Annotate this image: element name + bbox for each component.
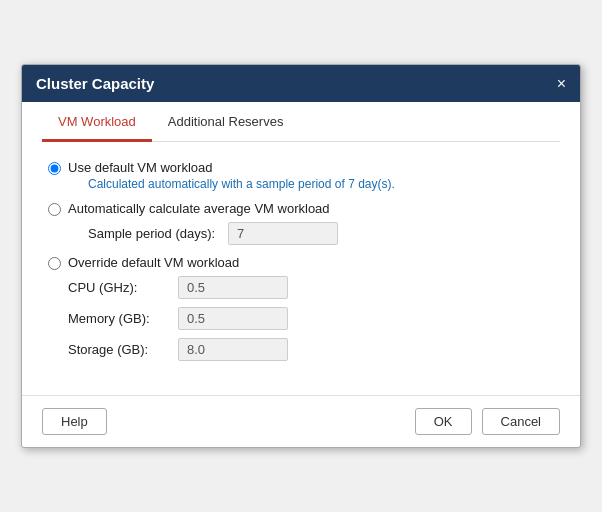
option2-label: Automatically calculate average VM workl… — [68, 201, 330, 216]
dialog-title: Cluster Capacity — [36, 75, 154, 92]
tab-vm-workload[interactable]: VM Workload — [42, 102, 152, 142]
vm-workload-content: Use default VM workload Calculated autom… — [42, 160, 560, 361]
option2-row: Automatically calculate average VM workl… — [48, 201, 554, 216]
cpu-label: CPU (GHz): — [68, 280, 178, 295]
dialog-header: Cluster Capacity × — [22, 65, 580, 102]
option1-subtext: Calculated automatically with a sample p… — [88, 177, 395, 191]
storage-input[interactable] — [178, 338, 288, 361]
memory-row: Memory (GB): — [68, 307, 554, 330]
ok-button[interactable]: OK — [415, 408, 472, 435]
dialog-body: VM Workload Additional Reserves Use defa… — [22, 102, 580, 385]
option3-label: Override default VM workload — [68, 255, 239, 270]
footer-right: OK Cancel — [415, 408, 560, 435]
option2-radio[interactable] — [48, 203, 61, 216]
tab-additional-reserves[interactable]: Additional Reserves — [152, 102, 300, 142]
option1-label: Use default VM workload — [68, 160, 213, 175]
cpu-row: CPU (GHz): — [68, 276, 554, 299]
close-button[interactable]: × — [557, 76, 566, 92]
memory-input[interactable] — [178, 307, 288, 330]
cluster-capacity-dialog: Cluster Capacity × VM Workload Additiona… — [21, 64, 581, 448]
option1-radio[interactable] — [48, 162, 61, 175]
memory-label: Memory (GB): — [68, 311, 178, 326]
footer-left: Help — [42, 408, 107, 435]
dialog-footer: Help OK Cancel — [22, 395, 580, 447]
tab-bar: VM Workload Additional Reserves — [42, 102, 560, 142]
storage-label: Storage (GB): — [68, 342, 178, 357]
option1-row: Use default VM workload Calculated autom… — [48, 160, 554, 195]
storage-row: Storage (GB): — [68, 338, 554, 361]
sample-period-row: Sample period (days): — [88, 222, 554, 245]
cancel-button[interactable]: Cancel — [482, 408, 560, 435]
sample-period-label: Sample period (days): — [88, 226, 228, 241]
sample-period-input[interactable] — [228, 222, 338, 245]
option3-radio[interactable] — [48, 257, 61, 270]
option3-row: Override default VM workload — [48, 255, 554, 270]
cpu-input[interactable] — [178, 276, 288, 299]
help-button[interactable]: Help — [42, 408, 107, 435]
